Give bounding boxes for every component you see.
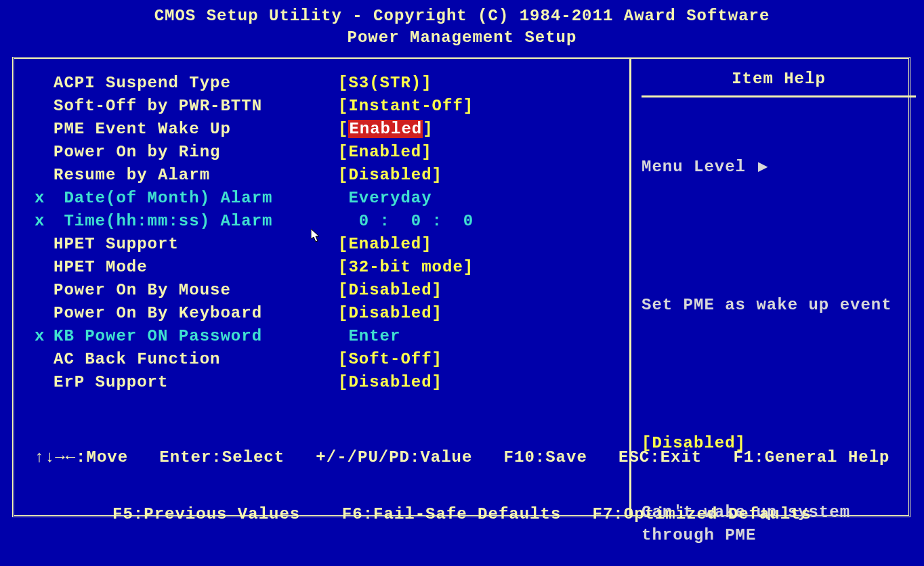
setting-row[interactable]: PME Event Wake Up[Enabled] bbox=[35, 117, 624, 140]
setting-label: KB Power ON Password bbox=[54, 327, 338, 345]
setting-value[interactable]: [Enabled] bbox=[338, 143, 432, 161]
setting-value[interactable]: Everyday bbox=[338, 189, 432, 207]
help-description: Set PME as wake up event bbox=[642, 294, 916, 317]
setting-label: Resume by Alarm bbox=[54, 166, 338, 184]
setting-row[interactable]: x Date(of Month) Alarm Everyday bbox=[35, 186, 624, 209]
setting-value[interactable]: Enter bbox=[338, 327, 400, 345]
setting-label: ErP Support bbox=[54, 373, 338, 391]
setting-label: Time(hh:mm:ss) Alarm bbox=[54, 212, 338, 230]
setting-label: ACPI Suspend Type bbox=[54, 74, 338, 92]
setting-label: Soft-Off by PWR-BTTN bbox=[54, 97, 338, 115]
setting-value[interactable]: [Disabled] bbox=[338, 304, 442, 322]
setting-label: HPET Support bbox=[54, 235, 338, 253]
setting-value[interactable]: [S3(STR)] bbox=[338, 74, 432, 92]
setting-value[interactable]: [Disabled] bbox=[338, 281, 442, 299]
help-title: Item Help bbox=[642, 66, 916, 97]
menu-level-label: Menu Level bbox=[642, 158, 746, 176]
setting-label: Power On By Keyboard bbox=[54, 304, 338, 322]
setting-row[interactable]: Power On By Mouse[Disabled] bbox=[35, 278, 624, 301]
footer: ↑↓→←:Move Enter:Select +/-/PU/PD:Value F… bbox=[0, 410, 924, 562]
setting-label: Power On by Ring bbox=[54, 143, 338, 161]
setting-value[interactable]: [Instant-Off] bbox=[338, 97, 474, 115]
setting-label: HPET Mode bbox=[54, 258, 338, 276]
setting-row[interactable]: Power On By Keyboard[Disabled] bbox=[35, 301, 624, 324]
row-marker: x bbox=[35, 327, 54, 345]
setting-row[interactable]: ErP Support[Disabled] bbox=[35, 370, 624, 393]
setting-value[interactable]: 0 : 0 : 0 bbox=[338, 212, 474, 230]
setting-row[interactable]: ACPI Suspend Type[S3(STR)] bbox=[35, 71, 624, 94]
footer-line1: ↑↓→←:Move Enter:Select +/-/PU/PD:Value F… bbox=[0, 448, 924, 467]
setting-row[interactable]: AC Back Function[Soft-Off] bbox=[35, 347, 624, 370]
setting-value[interactable]: [Enabled] bbox=[338, 235, 432, 253]
setting-value[interactable]: [Enabled] bbox=[338, 120, 434, 138]
header-title: CMOS Setup Utility - Copyright (C) 1984-… bbox=[0, 5, 924, 27]
setting-value[interactable]: [Soft-Off] bbox=[338, 350, 442, 368]
setting-label: AC Back Function bbox=[54, 350, 338, 368]
setting-row[interactable]: Soft-Off by PWR-BTTN[Instant-Off] bbox=[35, 94, 624, 117]
setting-value[interactable]: [Disabled] bbox=[338, 373, 442, 391]
setting-label: Power On By Mouse bbox=[54, 281, 338, 299]
header: CMOS Setup Utility - Copyright (C) 1984-… bbox=[0, 0, 924, 49]
setting-label: Date(of Month) Alarm bbox=[54, 189, 338, 207]
menu-level-row: Menu Level▶ bbox=[642, 156, 916, 179]
settings-list[interactable]: ACPI Suspend Type[S3(STR)]Soft-Off by PW… bbox=[35, 71, 624, 393]
setting-row[interactable]: HPET Mode[32-bit mode] bbox=[35, 255, 624, 278]
setting-row[interactable]: HPET Support[Enabled] bbox=[35, 232, 624, 255]
setting-row[interactable]: xKB Power ON Password Enter bbox=[35, 324, 624, 347]
header-subtitle: Power Management Setup bbox=[0, 27, 924, 49]
setting-label: PME Event Wake Up bbox=[54, 120, 338, 138]
footer-line2: F5:Previous Values F6:Fail-Safe Defaults… bbox=[0, 505, 924, 524]
row-marker: x bbox=[35, 189, 54, 207]
setting-row[interactable]: Resume by Alarm[Disabled] bbox=[35, 163, 624, 186]
triangle-right-icon: ▶ bbox=[758, 156, 768, 179]
setting-row[interactable]: x Time(hh:mm:ss) Alarm 0 : 0 : 0 bbox=[35, 209, 624, 232]
setting-value[interactable]: [32-bit mode] bbox=[338, 258, 474, 276]
row-marker: x bbox=[35, 212, 54, 230]
bios-screen: CMOS Setup Utility - Copyright (C) 1984-… bbox=[0, 0, 924, 566]
setting-value[interactable]: [Disabled] bbox=[338, 166, 442, 184]
setting-row[interactable]: Power On by Ring[Enabled] bbox=[35, 140, 624, 163]
